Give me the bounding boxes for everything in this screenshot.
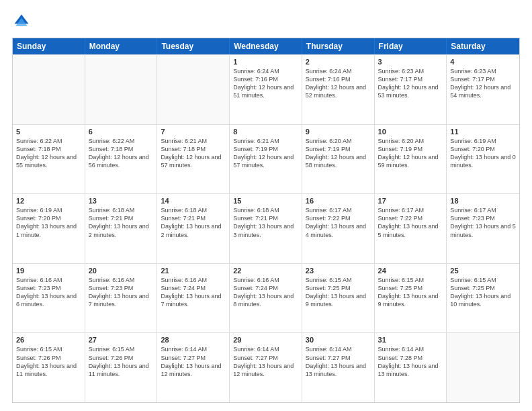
table-row: 4Sunrise: 6:23 AM Sunset: 7:17 PM Daylig…: [447, 55, 519, 124]
calendar-week-4: 19Sunrise: 6:16 AM Sunset: 7:23 PM Dayli…: [13, 263, 519, 333]
table-row: 28Sunrise: 6:14 AM Sunset: 7:27 PM Dayli…: [157, 333, 230, 402]
table-row: 23Sunrise: 6:15 AM Sunset: 7:25 PM Dayli…: [302, 264, 375, 333]
day-number: 26: [16, 336, 81, 344]
table-row: 12Sunrise: 6:19 AM Sunset: 7:20 PM Dayli…: [13, 194, 85, 263]
logo: [12, 12, 34, 31]
day-info: Sunrise: 6:17 AM Sunset: 7:23 PM Dayligh…: [450, 206, 516, 239]
day-number: 23: [306, 267, 371, 275]
day-number: 7: [161, 128, 226, 136]
day-info: Sunrise: 6:14 AM Sunset: 7:28 PM Dayligh…: [378, 345, 443, 378]
day-number: 28: [161, 336, 226, 344]
table-row: 22Sunrise: 6:16 AM Sunset: 7:24 PM Dayli…: [230, 264, 302, 333]
table-row: [13, 55, 85, 124]
header-cell-saturday: Saturday: [447, 38, 519, 54]
day-info: Sunrise: 6:17 AM Sunset: 7:22 PM Dayligh…: [306, 206, 371, 239]
day-info: Sunrise: 6:15 AM Sunset: 7:26 PM Dayligh…: [89, 345, 154, 378]
table-row: 26Sunrise: 6:15 AM Sunset: 7:26 PM Dayli…: [13, 333, 85, 402]
table-row: 3Sunrise: 6:23 AM Sunset: 7:17 PM Daylig…: [375, 55, 447, 124]
day-number: 25: [450, 267, 516, 275]
table-row: 13Sunrise: 6:18 AM Sunset: 7:21 PM Dayli…: [85, 194, 158, 263]
table-row: [447, 333, 519, 402]
day-info: Sunrise: 6:22 AM Sunset: 7:18 PM Dayligh…: [89, 137, 154, 170]
day-number: 1: [233, 58, 298, 66]
table-row: 11Sunrise: 6:19 AM Sunset: 7:20 PM Dayli…: [447, 125, 519, 194]
table-row: [85, 55, 158, 124]
calendar-week-2: 5Sunrise: 6:22 AM Sunset: 7:18 PM Daylig…: [13, 124, 519, 194]
day-info: Sunrise: 6:18 AM Sunset: 7:21 PM Dayligh…: [233, 206, 298, 239]
day-info: Sunrise: 6:14 AM Sunset: 7:27 PM Dayligh…: [161, 345, 226, 378]
day-number: 5: [16, 128, 81, 136]
day-info: Sunrise: 6:19 AM Sunset: 7:20 PM Dayligh…: [16, 206, 81, 239]
table-row: 18Sunrise: 6:17 AM Sunset: 7:23 PM Dayli…: [447, 194, 519, 263]
day-number: 12: [16, 197, 81, 205]
header-cell-thursday: Thursday: [302, 38, 375, 54]
table-row: 24Sunrise: 6:15 AM Sunset: 7:25 PM Dayli…: [375, 264, 447, 333]
day-number: 24: [378, 267, 443, 275]
day-info: Sunrise: 6:23 AM Sunset: 7:17 PM Dayligh…: [378, 67, 443, 100]
logo-icon: [12, 12, 31, 31]
calendar-header: SundayMondayTuesdayWednesdayThursdayFrid…: [13, 38, 519, 54]
day-number: 15: [233, 197, 298, 205]
day-info: Sunrise: 6:18 AM Sunset: 7:21 PM Dayligh…: [89, 206, 154, 239]
day-info: Sunrise: 6:20 AM Sunset: 7:19 PM Dayligh…: [306, 137, 371, 170]
table-row: 10Sunrise: 6:20 AM Sunset: 7:19 PM Dayli…: [375, 125, 447, 194]
day-number: 20: [89, 267, 154, 275]
day-info: Sunrise: 6:24 AM Sunset: 7:16 PM Dayligh…: [306, 67, 371, 100]
day-number: 18: [450, 197, 516, 205]
table-row: 8Sunrise: 6:21 AM Sunset: 7:19 PM Daylig…: [230, 125, 302, 194]
table-row: 1Sunrise: 6:24 AM Sunset: 7:16 PM Daylig…: [230, 55, 302, 124]
day-info: Sunrise: 6:15 AM Sunset: 7:26 PM Dayligh…: [16, 345, 81, 378]
day-number: 11: [450, 128, 516, 136]
table-row: 9Sunrise: 6:20 AM Sunset: 7:19 PM Daylig…: [302, 125, 375, 194]
day-number: 4: [450, 58, 516, 66]
table-row: 20Sunrise: 6:16 AM Sunset: 7:23 PM Dayli…: [85, 264, 158, 333]
day-number: 9: [306, 128, 371, 136]
table-row: 29Sunrise: 6:14 AM Sunset: 7:27 PM Dayli…: [230, 333, 302, 402]
day-info: Sunrise: 6:17 AM Sunset: 7:22 PM Dayligh…: [378, 206, 443, 239]
header-cell-sunday: Sunday: [13, 38, 85, 54]
day-info: Sunrise: 6:15 AM Sunset: 7:25 PM Dayligh…: [306, 276, 371, 309]
day-number: 17: [378, 197, 443, 205]
calendar-week-3: 12Sunrise: 6:19 AM Sunset: 7:20 PM Dayli…: [13, 193, 519, 263]
day-number: 31: [378, 336, 443, 344]
day-info: Sunrise: 6:21 AM Sunset: 7:19 PM Dayligh…: [233, 137, 298, 170]
calendar: SundayMondayTuesdayWednesdayThursdayFrid…: [12, 38, 520, 403]
table-row: 2Sunrise: 6:24 AM Sunset: 7:16 PM Daylig…: [302, 55, 375, 124]
table-row: 27Sunrise: 6:15 AM Sunset: 7:26 PM Dayli…: [85, 333, 158, 402]
day-info: Sunrise: 6:21 AM Sunset: 7:18 PM Dayligh…: [161, 137, 226, 170]
day-number: 19: [16, 267, 81, 275]
day-info: Sunrise: 6:15 AM Sunset: 7:25 PM Dayligh…: [450, 276, 516, 309]
page-header: [12, 12, 520, 31]
day-number: 13: [89, 197, 154, 205]
day-info: Sunrise: 6:24 AM Sunset: 7:16 PM Dayligh…: [233, 67, 298, 100]
day-info: Sunrise: 6:23 AM Sunset: 7:17 PM Dayligh…: [450, 67, 516, 100]
table-row: 21Sunrise: 6:16 AM Sunset: 7:24 PM Dayli…: [157, 264, 230, 333]
header-cell-wednesday: Wednesday: [230, 38, 302, 54]
day-number: 10: [378, 128, 443, 136]
calendar-week-5: 26Sunrise: 6:15 AM Sunset: 7:26 PM Dayli…: [13, 332, 519, 402]
table-row: 5Sunrise: 6:22 AM Sunset: 7:18 PM Daylig…: [13, 125, 85, 194]
day-info: Sunrise: 6:16 AM Sunset: 7:23 PM Dayligh…: [89, 276, 154, 309]
calendar-body: 1Sunrise: 6:24 AM Sunset: 7:16 PM Daylig…: [13, 54, 519, 402]
day-number: 3: [378, 58, 443, 66]
day-info: Sunrise: 6:14 AM Sunset: 7:27 PM Dayligh…: [233, 345, 298, 378]
day-info: Sunrise: 6:16 AM Sunset: 7:23 PM Dayligh…: [16, 276, 81, 309]
day-info: Sunrise: 6:15 AM Sunset: 7:25 PM Dayligh…: [378, 276, 443, 309]
day-info: Sunrise: 6:16 AM Sunset: 7:24 PM Dayligh…: [161, 276, 226, 309]
table-row: 7Sunrise: 6:21 AM Sunset: 7:18 PM Daylig…: [157, 125, 230, 194]
day-info: Sunrise: 6:22 AM Sunset: 7:18 PM Dayligh…: [16, 137, 81, 170]
day-info: Sunrise: 6:18 AM Sunset: 7:21 PM Dayligh…: [161, 206, 226, 239]
day-number: 30: [306, 336, 371, 344]
day-info: Sunrise: 6:16 AM Sunset: 7:24 PM Dayligh…: [233, 276, 298, 309]
day-info: Sunrise: 6:14 AM Sunset: 7:27 PM Dayligh…: [306, 345, 371, 378]
header-cell-friday: Friday: [375, 38, 447, 54]
calendar-week-1: 1Sunrise: 6:24 AM Sunset: 7:16 PM Daylig…: [13, 54, 519, 124]
header-cell-monday: Monday: [85, 38, 158, 54]
day-number: 6: [89, 128, 154, 136]
day-number: 29: [233, 336, 298, 344]
table-row: 25Sunrise: 6:15 AM Sunset: 7:25 PM Dayli…: [447, 264, 519, 333]
day-number: 16: [306, 197, 371, 205]
day-number: 8: [233, 128, 298, 136]
day-info: Sunrise: 6:19 AM Sunset: 7:20 PM Dayligh…: [450, 137, 516, 170]
day-number: 2: [306, 58, 371, 66]
